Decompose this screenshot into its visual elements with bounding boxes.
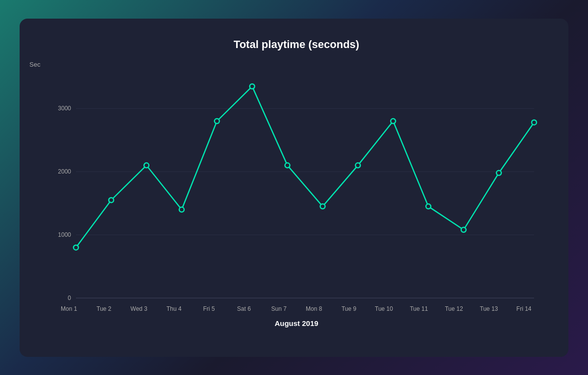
chart-container: Total playtime (seconds) Sec 01000200030…: [20, 19, 568, 357]
svg-point-15: [285, 163, 290, 168]
svg-point-11: [144, 163, 149, 168]
x-axis-labels: Mon 1Tue 2Wed 3Thu 4Fri 5Sat 6Sun 7Mon 8…: [49, 305, 544, 312]
x-axis-tick: Thu 4: [156, 305, 191, 312]
chart-area: Sec 0100020003000 Mon 1Tue 2Wed 3Thu 4Fr…: [49, 61, 544, 327]
x-axis-tick: Tue 13: [471, 305, 506, 312]
svg-text:1000: 1000: [58, 231, 71, 238]
x-axis-tick: Mon 1: [51, 305, 86, 312]
x-axis-tick: Wed 3: [122, 305, 156, 312]
chart-inner: 0100020003000: [49, 66, 544, 300]
x-month-label: August 2019: [49, 319, 544, 327]
chart-title: Total playtime (seconds): [49, 38, 544, 51]
svg-point-20: [461, 227, 466, 232]
svg-text:0: 0: [68, 295, 71, 301]
svg-point-16: [320, 204, 325, 209]
svg-point-22: [532, 120, 537, 125]
svg-point-19: [426, 204, 431, 209]
x-axis-tick: Mon 8: [296, 305, 331, 312]
svg-point-21: [496, 170, 501, 175]
x-axis-tick: Tue 12: [437, 305, 471, 312]
svg-point-14: [250, 84, 255, 89]
y-axis-label: Sec: [29, 61, 40, 68]
svg-point-18: [391, 119, 395, 124]
svg-point-13: [215, 119, 220, 124]
svg-point-10: [109, 198, 114, 202]
x-axis-tick: Tue 2: [86, 305, 121, 312]
svg-point-9: [74, 245, 78, 250]
svg-text:2000: 2000: [58, 168, 71, 175]
x-axis-tick: Fri 14: [506, 305, 541, 312]
line-chart: 0100020003000: [49, 66, 544, 300]
svg-text:3000: 3000: [58, 105, 71, 112]
x-axis-tick: Tue 9: [331, 305, 366, 312]
x-axis-tick: Fri 5: [192, 305, 226, 312]
x-axis-tick: Sat 6: [226, 305, 261, 312]
x-axis-tick: Tue 11: [401, 305, 436, 312]
x-axis-tick: Tue 10: [367, 305, 401, 312]
svg-point-12: [179, 207, 184, 212]
x-axis-tick: Sun 7: [262, 305, 296, 312]
svg-point-17: [355, 163, 360, 168]
